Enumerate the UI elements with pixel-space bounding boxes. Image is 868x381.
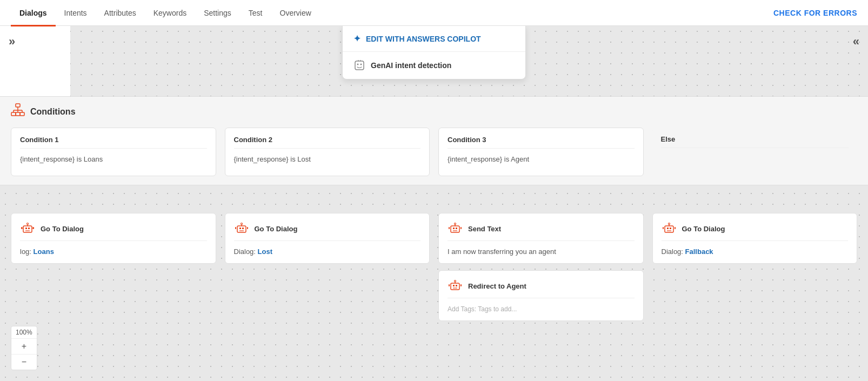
tab-dialogs[interactable]: Dialogs (11, 1, 56, 26)
action-link-loans[interactable]: Loans (34, 248, 54, 256)
svg-rect-22 (237, 226, 246, 232)
svg-rect-45 (460, 284, 462, 286)
condition-1-title: Condition 1 (20, 136, 207, 149)
action-title-3b: Redirect to Agent (468, 282, 526, 290)
action-card-go-dialog-loans: Go To Dialog log: Loans (11, 213, 216, 264)
check-errors-button[interactable]: CHECK FOR ERRORS (773, 9, 857, 17)
conditions-icon (11, 103, 25, 120)
condition-2-value: {intent_response} is Lost (234, 155, 421, 163)
svg-rect-37 (460, 227, 462, 229)
svg-rect-6 (20, 112, 24, 116)
svg-rect-30 (451, 226, 459, 232)
svg-rect-39 (453, 285, 455, 286)
action-link-lost[interactable]: Lost (258, 248, 272, 256)
left-panel: » (0, 26, 70, 96)
action-card-header-4: Go To Dialog (662, 221, 849, 241)
robot-icon-3 (448, 221, 463, 236)
condition-3-title: Condition 3 (448, 136, 635, 149)
condition-card-2: Condition 2 {intent_response} is Lost (225, 128, 430, 176)
action-card-header-3: Send Text (448, 221, 635, 241)
svg-rect-36 (449, 227, 450, 229)
condition-3-value: {intent_response} is Agent (448, 155, 635, 163)
conditions-title: Conditions (30, 107, 76, 117)
svg-point-17 (27, 223, 29, 225)
tab-settings[interactable]: Settings (195, 1, 240, 26)
action-card-go-dialog-fallback: Go To Dialog Dialog: Fallback (652, 213, 858, 264)
collapse-left-button[interactable]: » (9, 35, 15, 49)
tab-intents[interactable]: Intents (56, 1, 96, 26)
tab-overview[interactable]: Overview (271, 1, 320, 26)
genai-detection-option[interactable]: GenAI intent detection (343, 52, 525, 79)
svg-rect-0 (355, 61, 364, 70)
edit-copilot-option[interactable]: ✦ EDIT WITH ANSWERS COPILOT (343, 26, 525, 52)
action-body-1: log: Loans (20, 248, 207, 256)
add-tags-placeholder: Add Tags: Tags to add... (448, 305, 517, 313)
condition-else-title: Else (661, 135, 849, 148)
genai-icon (353, 59, 365, 71)
condition-card-1: Condition 1 {intent_response} is Loans (11, 128, 216, 176)
action-body-3: I am now transferring you an agent (448, 248, 635, 256)
svg-rect-32 (456, 228, 457, 229)
svg-rect-44 (449, 284, 450, 286)
robot-icon-3b (448, 278, 463, 293)
svg-rect-29 (247, 227, 248, 229)
conditions-section: Conditions Condition 1 {intent_response}… (0, 96, 868, 185)
condition-card-3: Condition 3 {intent_response} is Agent (438, 128, 644, 176)
action-column-4: Go To Dialog Dialog: Fallback (652, 213, 858, 321)
svg-rect-21 (33, 227, 34, 229)
action-body-prefix-2: Dialog: (234, 248, 258, 256)
svg-rect-46 (665, 226, 673, 232)
action-link-fallback[interactable]: Fallback (685, 248, 713, 256)
action-body-2: Dialog: Lost (234, 248, 421, 256)
svg-rect-28 (235, 227, 236, 229)
top-navigation: Dialogs Intents Attributes Keywords Sett… (0, 0, 868, 26)
svg-point-35 (455, 223, 456, 225)
svg-rect-40 (456, 285, 457, 286)
collapse-right-button[interactable]: « (853, 35, 859, 49)
action-card-header-2: Go To Dialog (234, 221, 421, 241)
svg-rect-13 (25, 228, 27, 229)
svg-rect-52 (663, 227, 664, 229)
svg-point-27 (241, 223, 242, 225)
action-title-3: Send Text (468, 225, 501, 233)
svg-rect-3 (16, 104, 20, 107)
zoom-controls: 100% + − (11, 326, 37, 370)
action-title-1: Go To Dialog (41, 225, 84, 233)
sparkle-icon: ✦ (353, 34, 360, 44)
dropdown-panel: ✦ EDIT WITH ANSWERS COPILOT GenAI intent… (342, 26, 526, 79)
svg-rect-12 (23, 226, 32, 232)
action-card-header-1: Go To Dialog (20, 221, 207, 241)
actions-section: Go To Dialog log: Loans (0, 204, 868, 330)
action-body-prefix-1: log: (20, 248, 34, 256)
svg-point-1 (357, 64, 359, 65)
zoom-in-button[interactable]: + (11, 339, 37, 355)
svg-rect-48 (670, 228, 671, 229)
action-body-prefix-4: Dialog: (662, 248, 685, 256)
tab-attributes[interactable]: Attributes (96, 1, 145, 26)
robot-icon-4 (662, 221, 677, 236)
svg-rect-23 (239, 228, 241, 229)
condition-1-value: {intent_response} is Loans (20, 155, 207, 163)
svg-rect-4 (11, 112, 16, 116)
tab-test[interactable]: Test (240, 1, 271, 26)
action-card-redirect-agent: Redirect to Agent Add Tags: Tags to add.… (438, 270, 644, 321)
svg-rect-24 (242, 228, 244, 229)
tab-keywords[interactable]: Keywords (145, 1, 195, 26)
conditions-grid: Condition 1 {intent_response} is Loans C… (11, 128, 857, 176)
svg-rect-14 (28, 228, 30, 229)
svg-rect-53 (675, 227, 676, 229)
action-card-header-3b: Redirect to Agent (448, 278, 635, 298)
robot-icon-2 (234, 221, 249, 236)
svg-rect-20 (21, 227, 22, 229)
conditions-header: Conditions (11, 103, 857, 120)
svg-rect-31 (453, 228, 455, 229)
zoom-out-button[interactable]: − (11, 355, 37, 370)
robot-icon-1 (20, 221, 35, 236)
action-body-4: Dialog: Fallback (662, 248, 849, 256)
genai-detection-label: GenAI intent detection (371, 61, 451, 70)
zoom-level-display: 100% (11, 326, 37, 339)
svg-point-2 (360, 64, 362, 65)
action-title-2: Go To Dialog (255, 225, 298, 233)
right-panel-toggle: « (844, 26, 868, 57)
action-column-2: Go To Dialog Dialog: Lost (225, 213, 430, 321)
